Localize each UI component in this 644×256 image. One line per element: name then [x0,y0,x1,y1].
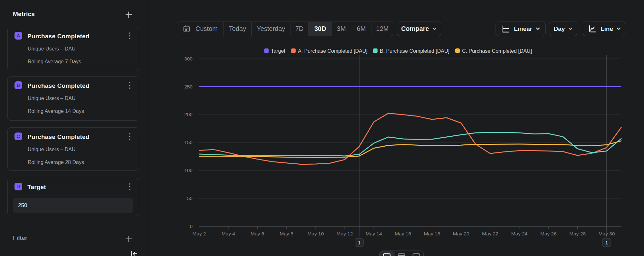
svg-text:May 22: May 22 [482,231,498,236]
svg-text:May 10: May 10 [308,231,324,236]
svg-text:1: 1 [605,240,608,245]
svg-text:May 6: May 6 [251,231,264,236]
svg-text:300: 300 [184,56,193,61]
svg-text:C. Purchase Completed [DAU]: C. Purchase Completed [DAU] [462,48,532,54]
svg-text:May 18: May 18 [424,231,440,236]
svg-text:May 4: May 4 [222,231,235,236]
svg-text:1: 1 [358,240,361,245]
svg-text:May 8: May 8 [280,231,293,236]
svg-text:150: 150 [184,140,193,145]
svg-text:May 16: May 16 [395,231,411,236]
svg-text:200: 200 [184,112,193,117]
svg-text:May 20: May 20 [453,231,469,236]
svg-text:100: 100 [184,168,193,173]
svg-text:Target: Target [271,48,286,54]
svg-text:0: 0 [190,224,193,229]
svg-text:May 30: May 30 [598,231,615,236]
svg-text:A. Purchase Completed [DAU]: A. Purchase Completed [DAU] [298,48,367,54]
svg-text:50: 50 [187,196,193,201]
svg-text:250: 250 [184,84,193,89]
svg-text:May 24: May 24 [511,231,527,236]
svg-text:B. Purchase Completed [DAU]: B. Purchase Completed [DAU] [380,48,450,54]
svg-text:May 12: May 12 [336,231,353,236]
svg-text:May 14: May 14 [365,231,382,236]
svg-text:May 2: May 2 [192,231,206,236]
svg-text:May 28: May 28 [569,231,586,236]
svg-text:May 26: May 26 [540,231,557,236]
